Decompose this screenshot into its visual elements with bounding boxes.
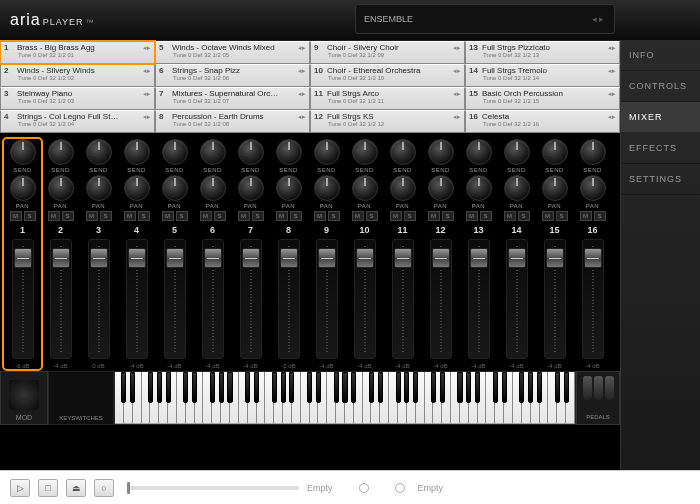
white-key[interactable] xyxy=(566,372,575,424)
mute-button[interactable]: M xyxy=(238,211,250,221)
fader-cap[interactable] xyxy=(394,248,412,268)
instrument-slot[interactable]: 16Celesta◂▸Tune 0 Def 32 1/2 16 xyxy=(465,110,620,133)
solo-button[interactable]: S xyxy=(252,211,264,221)
pan-knob[interactable] xyxy=(124,175,150,201)
mute-button[interactable]: M xyxy=(10,211,22,221)
slot-arrows-icon[interactable]: ◂▸ xyxy=(298,90,306,98)
ensemble-selector[interactable]: ENSEMBLE ◂▸ xyxy=(355,4,615,34)
solo-button[interactable]: S xyxy=(176,211,188,221)
fader-cap[interactable] xyxy=(204,248,222,268)
instrument-slot[interactable]: 1Brass - Big Brass Agg◂▸Tune 0 Def 32 1/… xyxy=(0,41,155,64)
solo-button[interactable]: S xyxy=(24,211,36,221)
volume-fader[interactable] xyxy=(468,239,490,359)
white-key[interactable] xyxy=(274,372,283,424)
mute-button[interactable]: M xyxy=(86,211,98,221)
white-key[interactable] xyxy=(292,372,301,424)
instrument-slot[interactable]: 6Strings - Snap Pizz◂▸Tune 0 Def 32 1/2 … xyxy=(155,64,310,87)
mute-button[interactable]: M xyxy=(466,211,478,221)
white-key[interactable] xyxy=(371,372,380,424)
mute-button[interactable]: M xyxy=(200,211,212,221)
stop-button[interactable]: □ xyxy=(38,479,58,497)
fader-cap[interactable] xyxy=(318,248,336,268)
white-key[interactable] xyxy=(557,372,566,424)
white-key[interactable] xyxy=(159,372,168,424)
instrument-slot[interactable]: 12Full Strgs KS◂▸Tune 0 Def 32 1/2 12 xyxy=(310,110,465,133)
white-key[interactable] xyxy=(442,372,451,424)
white-key[interactable] xyxy=(318,372,327,424)
fader-cap[interactable] xyxy=(546,248,564,268)
solo-button[interactable]: S xyxy=(214,211,226,221)
white-key[interactable] xyxy=(230,372,239,424)
mute-button[interactable]: M xyxy=(504,211,516,221)
transport-dot-1[interactable] xyxy=(359,483,369,493)
white-key[interactable] xyxy=(150,372,159,424)
slot-arrows-icon[interactable]: ◂▸ xyxy=(608,90,616,98)
white-key[interactable] xyxy=(540,372,549,424)
keyswitches-box[interactable]: KEYSWITCHES xyxy=(48,371,114,425)
pan-knob[interactable] xyxy=(276,175,302,201)
volume-fader[interactable] xyxy=(430,239,452,359)
mute-button[interactable]: M xyxy=(162,211,174,221)
pan-knob[interactable] xyxy=(10,175,36,201)
instrument-slot[interactable]: 4Strings - Col Legno Full St…◂▸Tune 0 De… xyxy=(0,110,155,133)
fader-cap[interactable] xyxy=(52,248,70,268)
tab-controls[interactable]: CONTROLS xyxy=(621,71,700,102)
white-key[interactable] xyxy=(433,372,442,424)
volume-fader[interactable] xyxy=(354,239,376,359)
white-key[interactable] xyxy=(221,372,230,424)
white-key[interactable] xyxy=(460,372,469,424)
volume-fader[interactable] xyxy=(278,239,300,359)
white-key[interactable] xyxy=(310,372,319,424)
white-key[interactable] xyxy=(327,372,336,424)
white-key[interactable] xyxy=(389,372,398,424)
send-knob[interactable] xyxy=(504,139,530,165)
solo-button[interactable]: S xyxy=(518,211,530,221)
pan-knob[interactable] xyxy=(466,175,492,201)
pan-knob[interactable] xyxy=(200,175,226,201)
slot-arrows-icon[interactable]: ◂▸ xyxy=(453,44,461,52)
volume-fader[interactable] xyxy=(392,239,414,359)
slot-arrows-icon[interactable]: ◂▸ xyxy=(298,44,306,52)
fader-cap[interactable] xyxy=(90,248,108,268)
white-key[interactable] xyxy=(425,372,434,424)
volume-fader[interactable] xyxy=(202,239,224,359)
mute-button[interactable]: M xyxy=(314,211,326,221)
solo-button[interactable]: S xyxy=(442,211,454,221)
send-knob[interactable] xyxy=(352,139,378,165)
white-key[interactable] xyxy=(212,372,221,424)
volume-fader[interactable] xyxy=(544,239,566,359)
solo-button[interactable]: S xyxy=(556,211,568,221)
volume-fader[interactable] xyxy=(164,239,186,359)
white-key[interactable] xyxy=(265,372,274,424)
send-knob[interactable] xyxy=(466,139,492,165)
white-key[interactable] xyxy=(133,372,142,424)
slot-arrows-icon[interactable]: ◂▸ xyxy=(143,90,151,98)
solo-button[interactable]: S xyxy=(290,211,302,221)
record-button[interactable]: ○ xyxy=(94,479,114,497)
white-key[interactable] xyxy=(336,372,345,424)
fader-cap[interactable] xyxy=(166,248,184,268)
mute-button[interactable]: M xyxy=(276,211,288,221)
white-key[interactable] xyxy=(478,372,487,424)
tab-mixer[interactable]: MIXER xyxy=(621,102,700,133)
white-key[interactable] xyxy=(168,372,177,424)
fader-cap[interactable] xyxy=(584,248,602,268)
mute-button[interactable]: M xyxy=(124,211,136,221)
ensemble-arrows-icon[interactable]: ◂▸ xyxy=(592,14,606,24)
pan-knob[interactable] xyxy=(504,175,530,201)
slot-arrows-icon[interactable]: ◂▸ xyxy=(298,113,306,121)
pedal-icon[interactable] xyxy=(605,376,614,400)
send-knob[interactable] xyxy=(10,139,36,165)
fader-cap[interactable] xyxy=(14,248,32,268)
instrument-slot[interactable]: 3Steinway Piano◂▸Tune 0 Def 32 1/2 03 xyxy=(0,87,155,110)
mute-button[interactable]: M xyxy=(48,211,60,221)
white-key[interactable] xyxy=(301,372,310,424)
volume-fader[interactable] xyxy=(582,239,604,359)
send-knob[interactable] xyxy=(428,139,454,165)
send-knob[interactable] xyxy=(542,139,568,165)
slot-arrows-icon[interactable]: ◂▸ xyxy=(143,67,151,75)
play-button[interactable]: ▷ xyxy=(10,479,30,497)
white-key[interactable] xyxy=(345,372,354,424)
white-key[interactable] xyxy=(469,372,478,424)
mute-button[interactable]: M xyxy=(542,211,554,221)
